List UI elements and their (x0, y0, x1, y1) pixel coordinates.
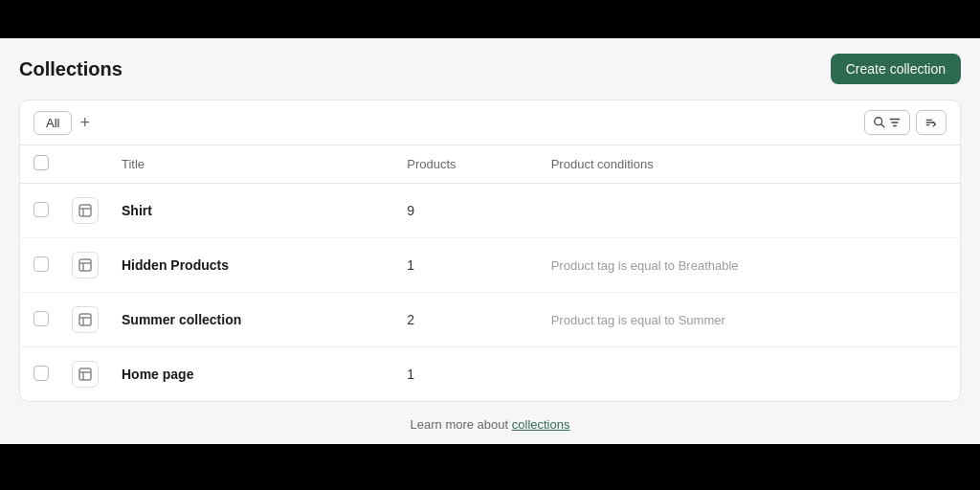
row-checkbox-cell (20, 184, 60, 238)
row-products: 2 (395, 293, 539, 347)
table-row[interactable]: Summer collection 2 Product tag is equal… (20, 293, 960, 347)
row-conditions (540, 184, 960, 238)
row-products: 1 (395, 347, 539, 402)
svg-rect-17 (79, 368, 91, 380)
header-checkbox-col (20, 145, 60, 184)
sort-icon (924, 116, 938, 129)
footer-link[interactable]: collections (512, 417, 570, 432)
row-checkbox[interactable] (33, 311, 49, 326)
tab-all[interactable]: All (33, 111, 72, 135)
row-checkbox[interactable] (33, 202, 49, 217)
row-icon-cell (60, 184, 110, 238)
footer: Learn more about collections (19, 417, 961, 432)
row-checkbox-cell (20, 347, 60, 402)
collections-card: All + (19, 100, 961, 402)
collection-icon (72, 197, 99, 224)
page-header: Collections Create collection (19, 54, 961, 84)
page-title: Collections (19, 58, 122, 80)
search-icon (873, 116, 886, 129)
row-conditions: Product tag is equal to Summer (540, 293, 960, 347)
row-checkbox[interactable] (33, 256, 49, 272)
row-conditions (540, 347, 960, 402)
table-row[interactable]: Home page 1 (20, 347, 960, 402)
row-checkbox[interactable] (33, 366, 49, 381)
svg-rect-11 (79, 259, 91, 271)
header-icon-col (60, 145, 110, 184)
header-conditions: Product conditions (540, 145, 960, 184)
header-products: Products (395, 145, 539, 184)
collections-table: Title Products Product conditions (20, 145, 960, 401)
tab-add-button[interactable]: + (79, 114, 90, 131)
row-title[interactable]: Summer collection (110, 293, 395, 347)
row-icon-cell (60, 293, 110, 347)
header-title: Title (110, 145, 395, 184)
svg-rect-8 (79, 205, 91, 216)
sort-button[interactable] (916, 110, 947, 135)
collection-icon (72, 361, 99, 388)
row-icon-cell (60, 238, 110, 293)
select-all-checkbox[interactable] (33, 155, 49, 170)
table-row[interactable]: Shirt 9 (20, 184, 960, 238)
row-icon-cell (60, 347, 110, 402)
row-checkbox-cell (20, 293, 60, 347)
tabs-row: All + (20, 100, 960, 145)
collection-icon (72, 252, 99, 278)
tabs-right (864, 110, 947, 135)
filter-icon (888, 116, 902, 129)
row-products: 9 (395, 184, 539, 238)
row-title[interactable]: Shirt (110, 184, 395, 238)
create-collection-button[interactable]: Create collection (831, 54, 961, 84)
row-conditions: Product tag is equal to Breathable (540, 238, 960, 293)
row-checkbox-cell (20, 238, 60, 293)
table-row[interactable]: Hidden Products 1 Product tag is equal t… (20, 238, 960, 293)
row-title[interactable]: Hidden Products (110, 238, 395, 293)
collection-icon (72, 306, 99, 333)
search-filter-button[interactable] (864, 110, 910, 135)
footer-text: Learn more about (411, 417, 512, 432)
svg-point-0 (875, 118, 882, 125)
svg-line-1 (881, 124, 885, 128)
row-title[interactable]: Home page (110, 347, 395, 402)
tabs-left: All + (33, 111, 90, 135)
svg-rect-14 (79, 314, 91, 325)
row-products: 1 (395, 238, 539, 293)
